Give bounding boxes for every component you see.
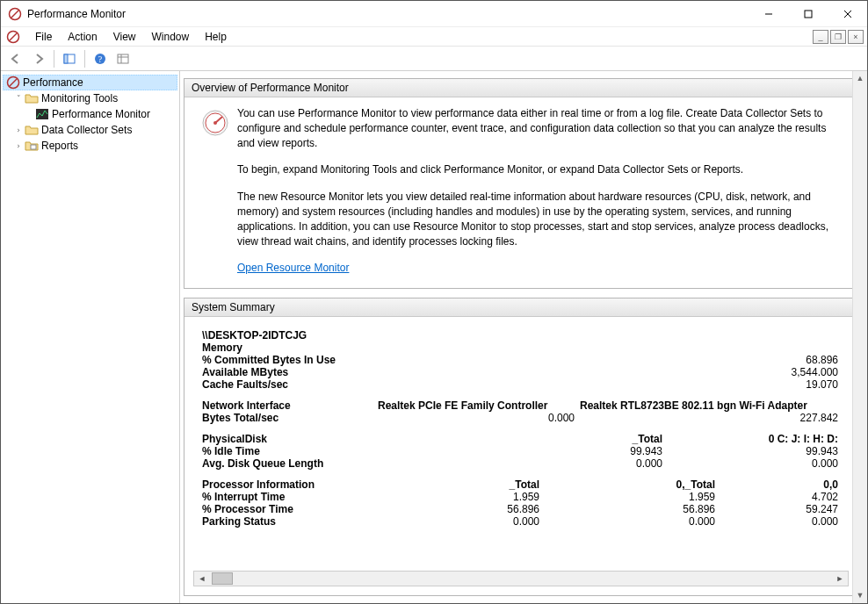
menu-file[interactable]: File	[27, 29, 60, 45]
svg-rect-12	[118, 54, 128, 63]
svg-point-22	[213, 121, 217, 125]
scroll-up-icon[interactable]: ▲	[853, 71, 867, 86]
folder-icon	[24, 92, 40, 104]
close-button[interactable]	[828, 1, 867, 26]
performance-icon	[5, 76, 21, 90]
menu-window[interactable]: Window	[144, 29, 198, 45]
svg-rect-3	[805, 11, 812, 18]
table-row: % Interrupt Time1.9591.9594.702	[202, 491, 843, 503]
tree-node-data-collector-sets[interactable]: › Data Collector Sets	[3, 122, 177, 138]
memory-section-title: Memory	[202, 342, 712, 354]
expand-icon[interactable]: ›	[13, 141, 24, 150]
table-row: Bytes Total/sec 0.000 227.842	[202, 412, 843, 424]
forward-button[interactable]	[28, 48, 49, 69]
maximize-button[interactable]	[788, 1, 828, 26]
app-icon	[8, 7, 22, 21]
overview-paragraph-2: To begin, expand Monitoring Tools and cl…	[237, 162, 842, 177]
help-button[interactable]: ?	[90, 48, 111, 69]
navigation-tree: Performance ˅ Monitoring Tools Performan…	[1, 71, 180, 603]
table-row: Cache Faults/sec19.070	[202, 378, 843, 391]
mdi-controls: _ ❐ ×	[811, 30, 867, 44]
overview-heading: Overview of Performance Monitor	[184, 79, 857, 97]
scroll-down-icon[interactable]: ▼	[853, 588, 867, 603]
tree-node-performance[interactable]: Performance	[3, 75, 177, 90]
processor-section-title: Processor Information	[202, 478, 413, 491]
properties-button[interactable]	[112, 48, 134, 69]
tree-label: Performance	[23, 76, 83, 89]
app-icon-small	[6, 30, 20, 44]
table-row: % Idle Time99.94399.943	[202, 445, 843, 457]
network-section-title: Network Interface	[202, 399, 378, 412]
table-row: % Processor Time56.89656.89659.247	[202, 503, 843, 515]
vertical-scrollbar[interactable]: ▲ ▼	[852, 71, 867, 603]
tree-label: Data Collector Sets	[41, 124, 132, 136]
collapse-icon[interactable]: ˅	[13, 94, 24, 103]
system-summary-data: \\DESKTOP-2IDTCJG Memory % Committed Byt…	[193, 326, 849, 571]
tree-node-performance-monitor[interactable]: Performance Monitor	[3, 106, 177, 122]
host-name: \\DESKTOP-2IDTCJG	[202, 329, 843, 342]
disk-section-title: PhysicalDisk	[202, 433, 536, 445]
table-row: % Committed Bytes In Use68.896	[202, 354, 843, 366]
overview-paragraph-1: You can use Performance Monitor to view …	[237, 106, 842, 150]
window-title: Performance Monitor	[27, 8, 749, 20]
tree-label: Monitoring Tools	[41, 92, 118, 104]
system-summary-panel: System Summary \\DESKTOP-2IDTCJG Memory …	[184, 298, 858, 596]
table-row: Avg. Disk Queue Length0.0000.000	[202, 457, 843, 470]
show-hide-tree-button[interactable]	[59, 48, 80, 69]
back-button[interactable]	[5, 48, 26, 69]
tree-label: Performance Monitor	[52, 108, 150, 120]
mdi-close-button[interactable]: ×	[848, 30, 864, 44]
tree-node-monitoring-tools[interactable]: ˅ Monitoring Tools	[3, 90, 177, 106]
tree-node-reports[interactable]: › Reports	[3, 138, 177, 154]
svg-line-1	[11, 11, 18, 18]
svg-text:?: ?	[98, 54, 103, 64]
toolbar: ?	[1, 47, 867, 71]
title-bar: Performance Monitor	[1, 1, 867, 27]
menu-help[interactable]: Help	[197, 29, 235, 45]
overview-paragraph-3: The new Resource Monitor lets you view d…	[237, 190, 842, 248]
mdi-minimize-button[interactable]: _	[813, 30, 828, 44]
menu-bar: File Action View Window Help _ ❐ ×	[1, 27, 867, 47]
scroll-right-icon[interactable]: ►	[832, 574, 848, 583]
mdi-restore-button[interactable]: ❐	[830, 30, 846, 44]
system-summary-heading: System Summary	[184, 298, 857, 317]
table-row: Parking Status0.0000.0000.000	[202, 515, 843, 528]
gauge-icon	[200, 106, 237, 276]
svg-rect-17	[36, 109, 48, 119]
expand-icon[interactable]: ›	[13, 126, 24, 134]
scroll-thumb[interactable]	[212, 572, 233, 585]
open-resource-monitor-link[interactable]: Open Resource Monitor	[237, 262, 349, 274]
svg-line-7	[10, 33, 17, 40]
scroll-left-icon[interactable]: ◄	[194, 574, 210, 583]
svg-rect-9	[64, 54, 68, 63]
horizontal-scrollbar[interactable]: ◄ ►	[193, 571, 849, 586]
folder-icon	[24, 124, 40, 136]
reports-icon	[24, 140, 40, 152]
menu-view[interactable]: View	[105, 29, 144, 45]
table-row: Available MBytes3,544.000	[202, 366, 843, 378]
minimize-button[interactable]	[749, 1, 788, 26]
tree-label: Reports	[41, 140, 78, 152]
menu-action[interactable]: Action	[60, 29, 105, 45]
svg-rect-18	[31, 145, 36, 149]
main-area: Performance ˅ Monitoring Tools Performan…	[1, 71, 867, 603]
overview-panel: Overview of Performance Monitor You can …	[184, 78, 858, 289]
chart-icon	[34, 108, 50, 120]
svg-line-16	[10, 79, 17, 86]
content-pane: Overview of Performance Monitor You can …	[180, 71, 867, 603]
